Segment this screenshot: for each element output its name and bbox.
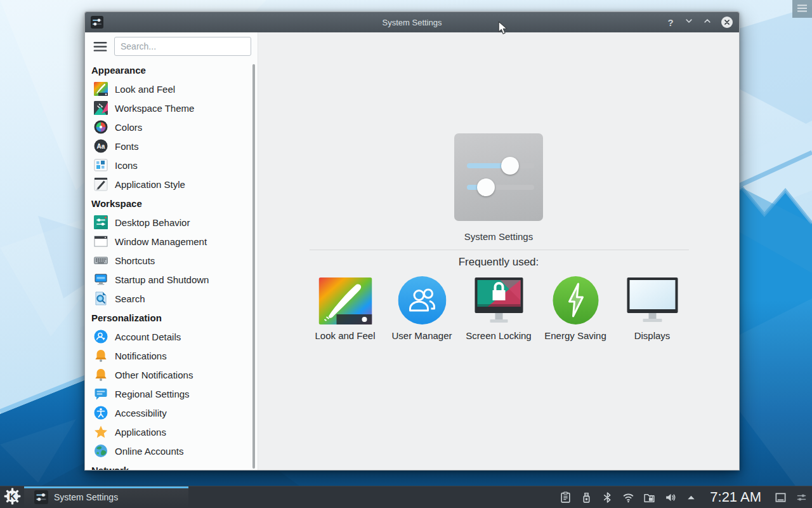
titlebar[interactable]: System Settings ? [85, 12, 739, 32]
sidebar-item-notifications[interactable]: Notifications [85, 346, 258, 365]
hamburger-icon [797, 3, 807, 15]
close-icon [721, 20, 733, 30]
taskbar: K System Settings 7:21 AM [0, 486, 812, 508]
sidebar: AppearanceLook and FeelWorkspace ThemeCo… [85, 32, 258, 470]
sidebar-item-look-and-feel[interactable]: Look and Feel [85, 79, 258, 98]
sidebar-item-label: Applications [115, 427, 166, 438]
chevron-up-icon [703, 17, 712, 28]
vault-icon[interactable] [643, 491, 655, 504]
sidebar-section-header-network: Network [85, 460, 258, 470]
menu-icon[interactable] [93, 41, 107, 52]
active-task-indicator [24, 486, 188, 488]
application-launcher-button[interactable]: K [0, 486, 24, 508]
clipboard-icon[interactable] [559, 491, 572, 504]
accessibility-icon [94, 406, 108, 420]
desktop-behavior-icon [94, 215, 108, 229]
freq-look-and-feel-icon [318, 275, 372, 324]
sidebar-toolbar [85, 32, 258, 60]
system-settings-window: System Settings ? AppearanceLook and Fee… [84, 11, 740, 471]
sidebar-item-label: Regional Settings [115, 389, 190, 399]
freq-item-label: Energy Saving [544, 330, 606, 341]
sidebar-item-account-details[interactable]: Account Details [85, 327, 258, 346]
notifications-icon [94, 349, 108, 363]
sidebar-item-label: Search [115, 293, 145, 304]
task-label: System Settings [54, 492, 118, 502]
hero-label: System Settings [258, 231, 739, 242]
show-desktop-icon[interactable] [774, 491, 787, 504]
sidebar-item-window-management[interactable]: Window Management [85, 232, 258, 251]
sidebar-item-label: Icons [115, 160, 138, 171]
sidebar-item-shortcuts[interactable]: Shortcuts [85, 251, 258, 270]
system-settings-illustration-icon [454, 133, 543, 221]
sidebar-item-accessibility[interactable]: Accessibility [85, 403, 258, 422]
sidebar-item-workspace-theme[interactable]: Workspace Theme [85, 98, 258, 117]
sidebar-list: AppearanceLook and FeelWorkspace ThemeCo… [85, 60, 258, 470]
freq-item-displays[interactable]: Displays [614, 275, 691, 341]
frequently-used-title: Frequently used: [258, 256, 739, 269]
titlebar-buttons: ? [665, 16, 733, 29]
sidebar-item-fonts[interactable]: AaFonts [85, 137, 258, 156]
startup-and-shutdown-icon [94, 272, 108, 286]
desktop-toolbox-button[interactable] [792, 0, 812, 18]
application-style-icon [94, 177, 108, 191]
help-button[interactable]: ? [665, 17, 676, 28]
sidebar-item-application-style[interactable]: Application Style [85, 175, 258, 194]
sidebar-item-label: Application Style [115, 179, 185, 190]
workspace-theme-icon [94, 101, 108, 115]
separator [310, 250, 689, 250]
expand-tray-icon[interactable] [684, 491, 697, 504]
sidebar-item-label: Notifications [115, 351, 167, 361]
window-body: AppearanceLook and FeelWorkspace ThemeCo… [85, 32, 739, 470]
close-button[interactable] [721, 16, 733, 29]
sidebar-item-label: Startup and Shutdown [115, 274, 209, 285]
sidebar-item-colors[interactable]: Colors [85, 117, 258, 137]
clock[interactable]: 7:21 AM [710, 489, 761, 505]
frequently-used-row: Look and FeelUser ManagerScreen LockingE… [307, 275, 691, 341]
shortcuts-icon [94, 253, 108, 267]
maximize-button[interactable] [702, 17, 712, 27]
icons-icon [94, 158, 108, 172]
sidebar-item-applications[interactable]: Applications [85, 422, 258, 441]
applications-icon [94, 425, 108, 439]
volume-icon[interactable] [664, 491, 676, 504]
fonts-icon: Aa [94, 139, 108, 153]
sidebar-item-label: Colors [115, 122, 142, 133]
freq-user-manager-icon [398, 275, 446, 324]
online-accounts-icon [94, 444, 108, 458]
notifications-icon [94, 368, 108, 382]
freq-item-label: User Manager [391, 330, 452, 341]
freq-item-user-manager[interactable]: User Manager [384, 275, 461, 341]
freq-item-energy-saving[interactable]: Energy Saving [537, 275, 614, 341]
main-content: System Settings Frequently used: Look an… [258, 32, 739, 470]
search-input[interactable] [114, 37, 251, 56]
sidebar-scrollbar[interactable] [252, 64, 255, 469]
sidebar-item-online-accounts[interactable]: Online Accounts [85, 441, 258, 460]
sidebar-item-search[interactable]: Search [85, 289, 258, 308]
minimize-button[interactable] [684, 17, 694, 27]
colors-icon [94, 120, 108, 134]
regional-settings-icon [94, 387, 108, 401]
panel-controls-icon[interactable] [795, 491, 808, 504]
removable-device-icon[interactable] [580, 491, 593, 504]
system-settings-task-icon [34, 490, 48, 504]
sidebar-item-label: Accessibility [115, 408, 167, 418]
freq-item-label: Displays [634, 330, 671, 341]
sidebar-item-label: Fonts [115, 141, 139, 152]
freq-item-look-and-feel[interactable]: Look and Feel [307, 275, 384, 341]
sidebar-item-other-notifications[interactable]: Other Notifications [85, 365, 258, 384]
task-button-system-settings[interactable]: System Settings [24, 486, 188, 508]
bluetooth-icon[interactable] [601, 491, 613, 504]
sidebar-item-label: Other Notifications [115, 370, 193, 380]
system-settings-app-icon [91, 16, 103, 29]
system-tray: 7:21 AM [559, 489, 812, 505]
sidebar-item-label: Shortcuts [115, 255, 155, 266]
freq-item-screen-locking[interactable]: Screen Locking [461, 275, 537, 341]
sidebar-item-label: Online Accounts [115, 446, 183, 457]
sidebar-item-regional-settings[interactable]: Regional Settings [85, 384, 258, 403]
sidebar-item-startup-and-shutdown[interactable]: Startup and Shutdown [85, 270, 258, 289]
account-details-icon [94, 330, 108, 344]
sidebar-item-label: Workspace Theme [115, 103, 194, 114]
sidebar-item-icons[interactable]: Icons [85, 156, 258, 175]
sidebar-item-desktop-behavior[interactable]: Desktop Behavior [85, 213, 258, 232]
wifi-icon[interactable] [622, 491, 634, 504]
